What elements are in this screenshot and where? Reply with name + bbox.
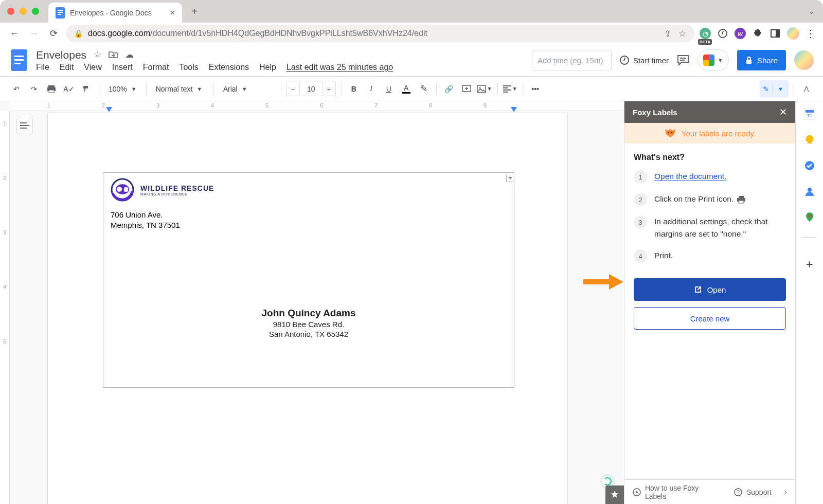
get-addons-button[interactable]: +: [806, 257, 813, 272]
reload-button[interactable]: ⟳: [46, 26, 61, 41]
browser-toolbar: ← → ⟳ 🔒 docs.google.com/document/d/1v5nH…: [0, 23, 823, 44]
italic-button[interactable]: I: [364, 81, 379, 97]
print-button[interactable]: [44, 81, 59, 97]
font-size-value[interactable]: 10: [300, 82, 323, 96]
contacts-addon-icon[interactable]: [804, 186, 815, 197]
last-edit-link[interactable]: Last edit was 25 minutes ago: [287, 63, 393, 72]
back-button[interactable]: ←: [7, 26, 22, 41]
side-panel-icon[interactable]: [770, 28, 781, 39]
insert-image-button[interactable]: ▼: [477, 81, 492, 97]
zoom-select[interactable]: 100%▼: [104, 81, 141, 97]
svg-rect-22: [503, 92, 508, 93]
fullscreen-window-button[interactable]: [32, 8, 39, 15]
menu-help[interactable]: Help: [259, 63, 276, 72]
paint-format-button[interactable]: [79, 81, 94, 97]
bookmark-star-icon[interactable]: ☆: [678, 28, 686, 39]
text-color-button[interactable]: A: [399, 81, 414, 97]
font-size-increase[interactable]: +: [323, 82, 336, 96]
show-outline-button[interactable]: [16, 118, 33, 134]
underline-button[interactable]: U: [382, 81, 396, 97]
menu-edit[interactable]: Edit: [60, 63, 74, 72]
svg-rect-34: [739, 201, 744, 203]
insert-comment-button[interactable]: [459, 81, 474, 97]
how-to-link[interactable]: How to use Foxy Labels: [633, 484, 722, 500]
recipient-address[interactable]: John Quincy Adams 9810 Bee Caves Rd. San…: [103, 308, 514, 338]
svg-text:31: 31: [807, 113, 812, 118]
browser-tab[interactable]: Envelopes - Google Docs ×: [48, 3, 182, 23]
address-bar[interactable]: 🔒 docs.google.com/document/d/1v5nHDH4QdG…: [66, 25, 694, 42]
extension-beta-icon[interactable]: ◔BETA: [700, 28, 711, 39]
menu-tools[interactable]: Tools: [179, 63, 198, 72]
docs-home-button[interactable]: [9, 47, 29, 73]
menu-view[interactable]: View: [84, 63, 101, 72]
svg-rect-12: [746, 60, 752, 64]
editing-mode-select[interactable]: ✎ ▼: [760, 80, 789, 98]
extension-w-icon[interactable]: w: [735, 28, 746, 39]
panel-title-bar: Foxy Labels ✕: [624, 101, 795, 123]
menu-extensions[interactable]: Extensions: [209, 63, 249, 72]
support-link[interactable]: ?Support: [734, 488, 772, 496]
redo-button[interactable]: ↷: [27, 81, 41, 97]
profile-avatar[interactable]: [787, 27, 799, 40]
tabs-menu-button[interactable]: ⌄: [809, 7, 815, 15]
envelope-frame[interactable]: WILDLIFE RESCUE MAKING A DIFFERENCE 706 …: [103, 172, 514, 388]
open-document-link[interactable]: Open the document.: [654, 172, 726, 181]
sender-address[interactable]: 706 Union Ave. Memphis, TN 37501: [111, 210, 507, 231]
close-panel-button[interactable]: ✕: [779, 106, 787, 118]
horizontal-ruler[interactable]: 123456789: [10, 101, 624, 111]
extensions-menu-icon[interactable]: [752, 28, 763, 39]
add-time-input[interactable]: Add time (eg. 15m): [532, 50, 612, 70]
share-page-icon[interactable]: ⇪: [664, 28, 671, 39]
hide-menus-button[interactable]: ᐱ: [799, 81, 814, 97]
document-canvas[interactable]: 123456789 12345 WILDLIFE RESCUE MAKING: [0, 101, 624, 504]
sender-logo: WILDLIFE RESCUE MAKING A DIFFERENCE: [111, 178, 507, 202]
extension-clockify-icon[interactable]: [717, 28, 728, 39]
new-tab-button[interactable]: +: [189, 6, 200, 17]
close-tab-button[interactable]: ×: [170, 8, 175, 17]
docs-header: Envelopes ☆ ☁ File Edit View Insert Form…: [0, 44, 823, 76]
forward-button[interactable]: →: [27, 26, 41, 41]
annotation-arrow-icon: [583, 273, 623, 291]
account-avatar[interactable]: [794, 50, 814, 70]
table-handle-icon[interactable]: [506, 175, 514, 182]
minimize-window-button[interactable]: [20, 8, 27, 15]
more-tools-button[interactable]: •••: [528, 81, 543, 97]
vertical-ruler[interactable]: 12345: [0, 111, 10, 504]
svg-point-43: [808, 215, 811, 218]
url-text: docs.google.com/document/d/1v5nHDH4QdGeg…: [88, 29, 427, 38]
comments-button[interactable]: [677, 55, 689, 66]
tasks-addon-icon[interactable]: [804, 160, 815, 171]
document-title[interactable]: Envelopes: [36, 49, 86, 61]
menu-file[interactable]: File: [36, 63, 49, 72]
window-controls: [7, 8, 39, 15]
document-page[interactable]: WILDLIFE RESCUE MAKING A DIFFERENCE 706 …: [47, 113, 568, 504]
star-document-icon[interactable]: ☆: [94, 49, 101, 60]
start-timer-button[interactable]: Start timer: [620, 56, 669, 65]
bold-button[interactable]: B: [347, 81, 361, 97]
maps-addon-icon[interactable]: [804, 211, 815, 223]
open-button[interactable]: Open: [634, 278, 786, 301]
undo-button[interactable]: ↶: [9, 81, 24, 97]
insert-link-button[interactable]: 🔗: [442, 81, 456, 97]
menu-insert[interactable]: Insert: [112, 63, 133, 72]
move-document-icon[interactable]: [109, 51, 118, 59]
menu-format[interactable]: Format: [143, 63, 169, 72]
svg-rect-23: [20, 122, 27, 123]
explore-button[interactable]: [605, 485, 624, 504]
browser-tabstrip: Envelopes - Google Docs × + ⌄: [0, 0, 823, 23]
align-button[interactable]: ▼: [503, 81, 517, 97]
share-button[interactable]: Share: [737, 50, 786, 70]
cloud-status-icon[interactable]: ☁: [125, 49, 134, 60]
close-window-button[interactable]: [7, 8, 14, 15]
font-select[interactable]: Arial▼: [219, 81, 276, 97]
meet-button[interactable]: ▼: [697, 49, 729, 71]
spellcheck-button[interactable]: A✓: [62, 81, 76, 97]
highlight-button[interactable]: ✎: [417, 81, 431, 97]
browser-menu-button[interactable]: ⋮: [806, 27, 816, 40]
style-select[interactable]: Normal text▼: [152, 81, 208, 97]
keep-addon-icon[interactable]: [804, 134, 815, 146]
create-new-button[interactable]: Create new: [634, 307, 786, 330]
font-size-decrease[interactable]: −: [287, 82, 300, 96]
collapse-panel-button[interactable]: ›: [784, 487, 787, 497]
calendar-addon-icon[interactable]: 31: [804, 109, 815, 120]
